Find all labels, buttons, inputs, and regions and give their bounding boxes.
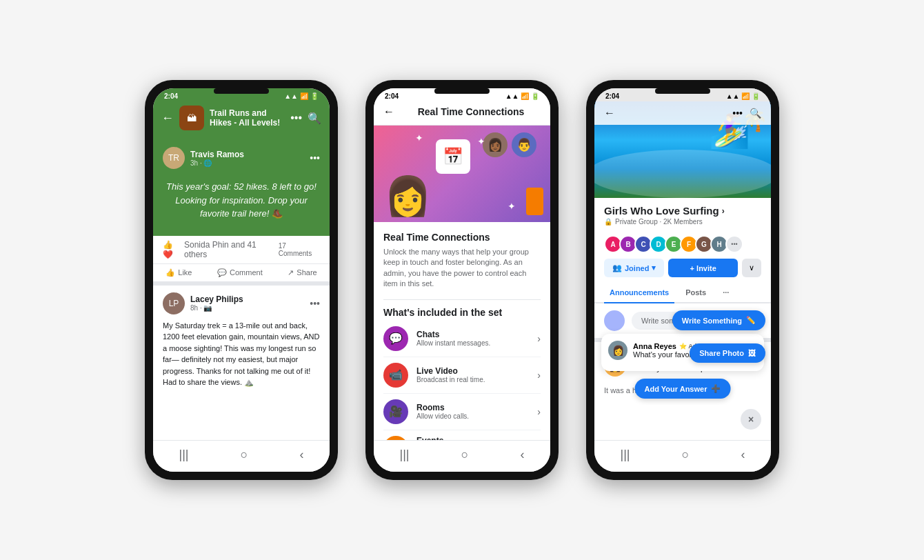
- post-more-1[interactable]: •••: [310, 152, 320, 163]
- author-info-1: Travis Ramos 3h · 🌐: [190, 150, 304, 167]
- wave-shape: [594, 150, 771, 198]
- tab-announcements[interactable]: Announcements: [604, 283, 674, 303]
- write-avatar: [604, 310, 625, 331]
- sparkle-1: ✦: [415, 132, 423, 143]
- more-icon-1[interactable]: •••: [290, 112, 302, 125]
- answer-label: Add Your Answer: [645, 385, 707, 393]
- author-meta-1: 3h · 🌐: [190, 159, 304, 167]
- live-video-icon: 📹: [383, 363, 408, 388]
- live-video-name: Live Video: [416, 366, 529, 376]
- write-tooltip-label: Write Something: [682, 317, 742, 325]
- chat-name: Chats: [416, 330, 529, 339]
- second-post: LP Lacey Philips 8h · 📷 ••• My Saturday …: [153, 286, 330, 395]
- nav-back-2[interactable]: ‹: [520, 448, 524, 462]
- illustration-phone: [526, 188, 543, 215]
- nav-home-2[interactable]: ○: [461, 448, 469, 462]
- nav-back[interactable]: ‹: [299, 448, 303, 462]
- rooms-sub: Allow video calls.: [416, 412, 529, 420]
- illustration-person: 👩: [384, 174, 432, 219]
- search-icon-3[interactable]: 🔍: [750, 108, 761, 119]
- group-meta: 🔒 Private Group · 2K Members: [604, 218, 761, 226]
- reaction-emojis: 👍❤️ Sonida Phin and 41 others: [163, 240, 279, 259]
- bottom-nav-3: ||| ○ ‹: [594, 440, 771, 472]
- tab-posts[interactable]: Posts: [680, 283, 712, 303]
- nav-back-3[interactable]: ‹: [741, 448, 745, 462]
- share-label: Share: [297, 268, 317, 277]
- rtc-desc: Unlock the many ways that help your grou…: [383, 247, 541, 290]
- write-something-tooltip[interactable]: Write Something ✏️: [672, 310, 765, 330]
- phone-2: 2:04 ▲▲ 📶 🔋 ← Real Time Connections 👩: [365, 80, 559, 480]
- action-row-1: 👍 Like 💬 Comment ↗ Share: [153, 264, 330, 286]
- group-name: Girls Who Love Surfing ›: [604, 205, 761, 217]
- post-author-1: TR Travis Ramos 3h · 🌐 •••: [163, 147, 320, 169]
- back-button-3[interactable]: ←: [604, 107, 615, 119]
- illustration-faces: 👩🏾 👨: [483, 132, 536, 157]
- phone-notch-2: [434, 88, 490, 94]
- like-label: Like: [178, 268, 192, 277]
- included-label: What's included in the set: [383, 307, 541, 318]
- close-button[interactable]: ×: [741, 409, 761, 430]
- phone3-scroll: Girls Who Love Surfing › 🔒 Private Group…: [594, 198, 771, 440]
- joined-icon: 👥: [612, 263, 622, 272]
- phone-1: 2:04 ▲▲ 📶 🔋 ← 🏔 Trail Runs and Hikes - A…: [145, 80, 338, 480]
- comment-button[interactable]: 💬 Comment: [217, 268, 263, 277]
- joined-button[interactable]: 👥 Joined ▾: [604, 259, 664, 277]
- nav-home-3[interactable]: ○: [682, 448, 690, 462]
- share-photo-tooltip[interactable]: Share Photo 🖼: [690, 343, 765, 363]
- post-author-2: LP Lacey Philips 8h · 📷 •••: [163, 292, 320, 314]
- share-button[interactable]: ↗ Share: [288, 268, 317, 277]
- share-tooltip-label: Share Photo: [699, 349, 744, 357]
- status-time-3: 2:04: [605, 92, 619, 100]
- nav-hamburger-2[interactable]: |||: [400, 448, 410, 462]
- share-icon: ↗: [288, 268, 294, 277]
- comment-label: Comment: [230, 268, 263, 277]
- photo-icon: 🖼: [748, 349, 756, 357]
- post-text-green: This year's goal: 52 hikes. 8 left to go…: [163, 174, 320, 226]
- tabs-row: Announcements Posts ···: [594, 283, 771, 303]
- like-button[interactable]: 👍 Like: [165, 268, 192, 277]
- expand-button[interactable]: ∨: [742, 259, 761, 277]
- post-more-2[interactable]: •••: [310, 298, 320, 309]
- members-row: A B C D E F G H •••: [594, 230, 771, 259]
- add-answer-tooltip[interactable]: Add Your Answer ➕: [635, 379, 731, 399]
- like-icon: 👍: [165, 268, 175, 277]
- search-icon-1[interactable]: 🔍: [308, 112, 321, 125]
- surf-hero-image: ← ••• 🔍 🏄‍♀️ 🌴: [594, 101, 771, 198]
- sparkle-3: ✦: [508, 201, 516, 212]
- status-icons-1: ▲▲ 📶 🔋: [284, 92, 319, 100]
- back-button-1[interactable]: ←: [161, 111, 174, 126]
- sparkle-2: ✦: [477, 136, 485, 147]
- feature-live-video[interactable]: 📹 Live Video Broadcast in real time. ›: [383, 357, 541, 394]
- dropdown-chevron: ▾: [652, 263, 656, 272]
- header-actions-1: ••• 🔍: [290, 112, 321, 125]
- promo-banner: 👩 📅 👩🏾 👨 ✦ ✦ ✦: [374, 126, 550, 222]
- group-header-1: ← 🏔 Trail Runs and Hikes - All Levels! •…: [153, 101, 330, 137]
- back-button-2[interactable]: ←: [383, 106, 394, 118]
- group-info: Girls Who Love Surfing › 🔒 Private Group…: [594, 198, 771, 230]
- tab-more[interactable]: ···: [717, 283, 734, 303]
- chat-sub: Allow instant messages.: [416, 339, 529, 347]
- chevron-live: ›: [537, 370, 541, 381]
- comments-count: 17 Comments: [279, 242, 320, 257]
- chevron-chats: ›: [537, 333, 541, 344]
- chat-icon: 💬: [383, 326, 408, 351]
- feature-events[interactable]: 📅 Events Schedule online and in-person e…: [383, 430, 541, 440]
- invite-button[interactable]: + Invite: [668, 259, 738, 277]
- nav-hamburger[interactable]: |||: [179, 448, 189, 462]
- edit-icon: ✏️: [746, 316, 756, 325]
- chevron-group: ›: [722, 206, 725, 216]
- phone-notch-1: [214, 88, 269, 94]
- nav-hamburger-3[interactable]: |||: [621, 448, 630, 462]
- phone2-header: ← Real Time Connections: [374, 101, 550, 126]
- more-icon-3[interactable]: •••: [732, 108, 743, 119]
- feature-chats[interactable]: 💬 Chats Allow instant messages. ›: [383, 321, 541, 357]
- comment-icon: 💬: [217, 268, 227, 277]
- avatar-travis: TR: [163, 147, 185, 169]
- lock-icon: 🔒: [604, 218, 612, 226]
- author-name-2: Lacey Philips: [190, 294, 304, 304]
- group-title-1: Trail Runs and Hikes - All Levels!: [210, 108, 285, 128]
- feature-rooms[interactable]: 🎥 Rooms Allow video calls. ›: [383, 394, 541, 430]
- group-avatar-1: 🏔: [179, 106, 204, 130]
- bottom-nav-1: ||| ○ ‹: [153, 440, 330, 472]
- nav-home[interactable]: ○: [241, 448, 248, 462]
